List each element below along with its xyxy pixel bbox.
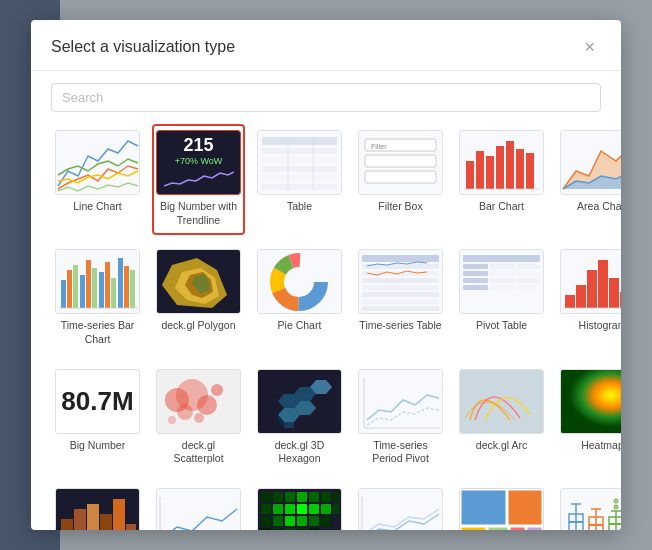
search-input[interactable] bbox=[51, 83, 601, 112]
svg-rect-132 bbox=[261, 516, 271, 526]
viz-item-pivot-table[interactable]: Pivot Table bbox=[455, 243, 548, 354]
svg-rect-13 bbox=[365, 155, 436, 167]
svg-point-168 bbox=[614, 499, 618, 503]
viz-item-timeseries-bar[interactable]: Time-series Bar Chart bbox=[51, 243, 144, 354]
svg-rect-65 bbox=[463, 271, 488, 276]
svg-rect-129 bbox=[309, 504, 319, 514]
svg-rect-79 bbox=[587, 270, 597, 308]
svg-rect-126 bbox=[273, 504, 283, 514]
viz-item-bar-chart[interactable]: Bar Chart bbox=[455, 124, 548, 235]
svg-rect-3 bbox=[262, 148, 337, 154]
svg-rect-61 bbox=[362, 306, 439, 311]
svg-rect-121 bbox=[297, 492, 307, 502]
viz-item-deckgl-3d-hex[interactable]: deck.gl 3D Hexagon bbox=[253, 363, 346, 474]
viz-thumb-line-chart bbox=[55, 130, 140, 195]
svg-marker-100 bbox=[284, 422, 294, 428]
viz-thumb-timeseries-period bbox=[358, 369, 443, 434]
svg-rect-59 bbox=[362, 292, 439, 297]
svg-rect-64 bbox=[463, 264, 488, 269]
svg-rect-17 bbox=[476, 151, 484, 189]
viz-label-deckgl-3d-hex: deck.gl 3D Hexagon bbox=[257, 439, 342, 466]
viz-item-table[interactable]: Table bbox=[253, 124, 346, 235]
svg-rect-33 bbox=[92, 268, 97, 308]
viz-item-area-chart[interactable]: Area Chart bbox=[556, 124, 621, 235]
svg-rect-32 bbox=[86, 260, 91, 308]
viz-item-heatmap[interactable]: Heatmap bbox=[556, 363, 621, 474]
svg-rect-128 bbox=[297, 504, 307, 514]
svg-rect-151 bbox=[461, 490, 506, 525]
svg-rect-122 bbox=[309, 492, 319, 502]
svg-rect-137 bbox=[321, 516, 331, 526]
viz-item-big-number[interactable]: 80.7M Big Number bbox=[51, 363, 144, 474]
close-button[interactable]: × bbox=[578, 36, 601, 58]
svg-rect-135 bbox=[297, 516, 307, 526]
viz-label-deckgl-scatter: deck.gl Scatterplot bbox=[156, 439, 241, 466]
viz-item-timeseries-table[interactable]: Time-series Table bbox=[354, 243, 447, 354]
viz-item-histogram[interactable]: Histogram bbox=[556, 243, 621, 354]
viz-thumb-deckgl-scatter bbox=[156, 369, 241, 434]
svg-rect-111 bbox=[100, 514, 112, 530]
svg-rect-113 bbox=[126, 524, 136, 530]
viz-label-pie-chart: Pie Chart bbox=[278, 319, 322, 333]
viz-item-deckgl-screen[interactable]: deck.gl Screen Grid bbox=[253, 482, 346, 530]
svg-rect-0 bbox=[56, 131, 139, 194]
svg-rect-35 bbox=[105, 262, 110, 308]
svg-rect-63 bbox=[463, 255, 540, 262]
standalone-big-number: 80.7M bbox=[61, 388, 133, 414]
svg-rect-31 bbox=[80, 275, 85, 308]
big-number-value: 215 bbox=[183, 135, 213, 156]
viz-thumb-deckgl-3d-hex bbox=[257, 369, 342, 434]
viz-item-treemap[interactable]: Treemap bbox=[455, 482, 548, 530]
viz-item-big-number-trendline[interactable]: 215 +70% WoW Big Number with Trendline bbox=[152, 124, 245, 235]
svg-rect-119 bbox=[273, 492, 283, 502]
viz-thumb-multiple-line bbox=[358, 488, 443, 530]
svg-point-52 bbox=[289, 272, 309, 292]
svg-rect-37 bbox=[118, 258, 123, 308]
viz-thumb-deckgl-polygon bbox=[156, 249, 241, 314]
svg-rect-18 bbox=[486, 156, 494, 189]
svg-rect-34 bbox=[99, 272, 104, 308]
svg-rect-124 bbox=[333, 492, 339, 502]
svg-rect-140 bbox=[285, 528, 295, 530]
svg-rect-72 bbox=[490, 278, 515, 283]
modal-title: Select a visualization type bbox=[51, 38, 235, 56]
viz-item-deckgl-grid[interactable]: deck.gl Grid bbox=[51, 482, 144, 530]
viz-thumb-deckgl-arc bbox=[459, 369, 544, 434]
viz-item-line-chart[interactable]: Line Chart bbox=[51, 124, 144, 235]
svg-rect-54 bbox=[362, 255, 439, 262]
viz-thumb-dual-line bbox=[156, 488, 241, 530]
viz-thumb-deckgl-grid bbox=[55, 488, 140, 530]
svg-rect-7 bbox=[262, 184, 337, 190]
svg-rect-133 bbox=[273, 516, 283, 526]
svg-rect-120 bbox=[285, 492, 295, 502]
viz-thumb-timeseries-table bbox=[358, 249, 443, 314]
viz-item-multiple-line[interactable]: Multiple Line Charts bbox=[354, 482, 447, 530]
svg-rect-142 bbox=[309, 528, 319, 530]
viz-item-deckgl-scatter[interactable]: deck.gl Scatterplot bbox=[152, 363, 245, 474]
viz-thumb-table bbox=[257, 130, 342, 195]
viz-thumb-filter-box: Filter bbox=[358, 130, 443, 195]
viz-item-deckgl-arc[interactable]: deck.gl Arc bbox=[455, 363, 548, 474]
viz-item-timeseries-period[interactable]: Time-series Period Pivot bbox=[354, 363, 447, 474]
viz-thumb-pie-chart bbox=[257, 249, 342, 314]
svg-rect-134 bbox=[285, 516, 295, 526]
viz-item-box-plot[interactable]: Box Plot bbox=[556, 482, 621, 530]
svg-rect-130 bbox=[321, 504, 331, 514]
svg-text:Filter: Filter bbox=[371, 143, 387, 150]
viz-label-deckgl-polygon: deck.gl Polygon bbox=[161, 319, 235, 333]
viz-label-bar-chart: Bar Chart bbox=[479, 200, 524, 214]
viz-grid-scroll[interactable]: Line Chart 215 +70% WoW Big Number with bbox=[31, 124, 621, 530]
viz-item-pie-chart[interactable]: Pie Chart bbox=[253, 243, 346, 354]
svg-rect-29 bbox=[67, 270, 72, 308]
svg-rect-127 bbox=[285, 504, 295, 514]
viz-label-big-number: Big Number bbox=[70, 439, 125, 453]
svg-rect-131 bbox=[333, 504, 339, 514]
modal-header: Select a visualization type × bbox=[31, 20, 621, 71]
viz-item-dual-line[interactable]: Dual Line Chart bbox=[152, 482, 245, 530]
viz-item-deckgl-polygon[interactable]: deck.gl Polygon bbox=[152, 243, 245, 354]
svg-rect-19 bbox=[496, 146, 504, 189]
viz-thumb-bar-chart bbox=[459, 130, 544, 195]
svg-rect-106 bbox=[561, 370, 621, 433]
viz-item-filter-box[interactable]: Filter Filter Box bbox=[354, 124, 447, 235]
svg-rect-141 bbox=[297, 528, 307, 530]
